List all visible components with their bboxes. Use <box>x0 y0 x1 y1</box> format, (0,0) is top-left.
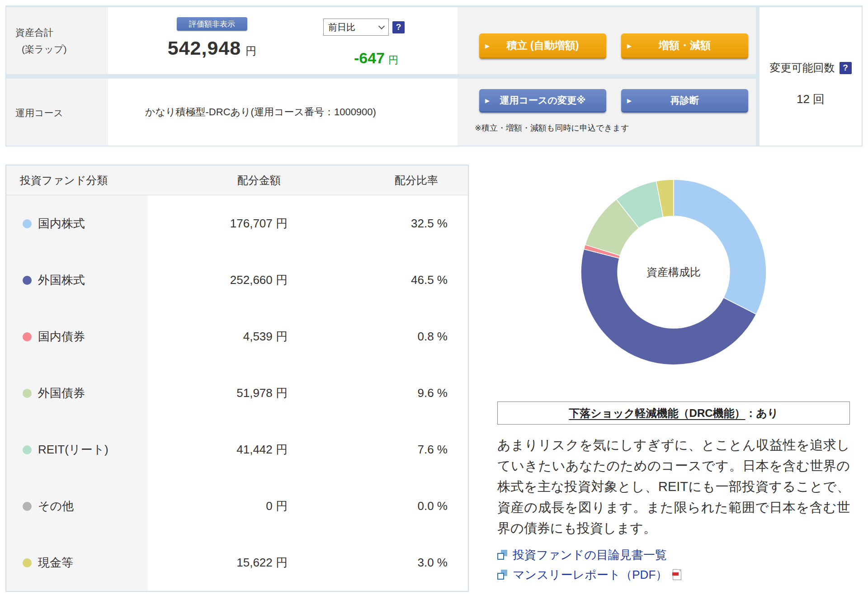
drc-feature-status: ：あり <box>745 407 778 419</box>
changes-remaining-value: 12 回 <box>797 91 825 107</box>
table-row-reit: REIT(リート) 41,442 円 7.6 % <box>6 421 468 478</box>
category-label: 外国株式 <box>38 272 85 288</box>
allocation-amount: 0 円 <box>148 478 292 534</box>
allocation-amount: 176,707 円 <box>148 195 292 252</box>
simultaneous-application-note: ※積立・増額・減額も同時に申込できます <box>475 123 756 133</box>
valuation-block: 評価額非表示 542,948円 <box>108 7 316 74</box>
button-arrow-icon: ▶ <box>485 97 490 104</box>
course-description: あまりリスクを気にしすぎずに、とことん収益性を追求していきたいあなたのためのコー… <box>497 434 850 538</box>
course-value: かなり積極型-DRCあり(運用コース番号：1000900) <box>108 105 376 119</box>
table-row-foreign-bonds: 外国債券 51,978 円 9.6 % <box>6 365 468 421</box>
allocation-ratio: 46.5 % <box>292 252 468 308</box>
daily-change-unit: 円 <box>388 54 398 66</box>
course-detail-column: 資産構成比 下落ショック軽減機能（DRC機能）：あり あまりリスクを気にしすぎず… <box>497 165 850 583</box>
drc-feature-title: 下落ショック軽減機能（DRC機能） <box>569 407 745 419</box>
allocation-ratio: 3.0 % <box>292 534 468 591</box>
drc-feature-box: 下落ショック軽減機能（DRC機能）：あり <box>497 401 850 425</box>
total-amount-unit: 円 <box>245 45 256 57</box>
row-separator <box>6 74 756 79</box>
button-arrow-icon: ▶ <box>627 97 632 104</box>
top-actions-row2: ▶ 運用コースの変更※ ▶ 再診断 ※積立・増額・減額も同時に申込できます <box>458 79 756 146</box>
changes-remaining-label: 変更可能回数 <box>770 61 835 75</box>
allocation-amount: 4,539 円 <box>148 308 292 365</box>
total-assets-label-line2: (楽ラップ) <box>15 41 108 58</box>
document-links: 投資ファンドの目論見書一覧 マンスリーレポート（PDF） <box>497 547 850 583</box>
header-allocation-ratio: 配分比率 <box>292 173 468 188</box>
category-label: REIT(リート) <box>38 442 108 458</box>
donut-center-label: 資産構成比 <box>646 265 701 279</box>
period-select[interactable]: 前日比 <box>323 19 389 36</box>
header-allocation-amount: 配分金額 <box>148 173 292 188</box>
allocation-table-header: 投資ファンド分類 配分金額 配分比率 <box>6 165 468 195</box>
external-window-icon <box>497 570 507 580</box>
change-course-button[interactable]: ▶ 運用コースの変更※ <box>479 89 606 113</box>
changes-remaining-help-icon[interactable]: ? <box>840 62 852 74</box>
total-amount-line: 542,948円 <box>168 37 256 59</box>
course-value-cell: かなり積極型-DRCあり(運用コース番号：1000900) <box>108 79 458 146</box>
rakuten-wrap-dashboard: 資産合計 (楽ラップ) 評価額非表示 542,948円 前日比 <box>0 0 868 595</box>
external-window-icon <box>497 550 507 560</box>
allocation-ratio: 32.5 % <box>292 195 468 252</box>
table-row-foreign-stocks: 外国株式 252,660 円 46.5 % <box>6 252 468 308</box>
donut-segment-国内株式 <box>674 179 766 314</box>
daily-change-line: -647円 <box>354 49 398 67</box>
monthly-report-link-row: マンスリーレポート（PDF） <box>497 567 850 583</box>
category-dot <box>23 558 32 567</box>
allocation-ratio: 7.6 % <box>292 421 468 478</box>
category-dot <box>23 276 32 285</box>
total-assets-value-cell: 評価額非表示 542,948円 前日比 ? -647円 <box>108 7 458 74</box>
increase-decrease-button[interactable]: ▶ 増額・減額 <box>621 33 748 59</box>
rediagnosis-button[interactable]: ▶ 再診断 <box>621 89 748 113</box>
category-dot <box>23 332 32 341</box>
category-label: 外国債券 <box>38 385 85 401</box>
allocation-amount: 252,660 円 <box>148 252 292 308</box>
hide-valuation-button[interactable]: 評価額非表示 <box>177 17 247 31</box>
changes-remaining-panel: 変更可能回数 ? 12 回 <box>760 7 862 146</box>
table-row-cash: 現金等 15,622 円 3.0 % <box>6 534 468 591</box>
total-amount: 542,948 <box>168 37 241 59</box>
course-label: 運用コース <box>6 79 108 146</box>
prospectus-link[interactable]: 投資ファンドの目論見書一覧 <box>513 547 667 563</box>
summary-panel: 資産合計 (楽ラップ) 評価額非表示 542,948円 前日比 <box>5 5 863 146</box>
allocation-amount: 51,978 円 <box>148 365 292 421</box>
daily-change-amount: -647 <box>354 49 385 66</box>
table-row-others: その他 0 円 0.0 % <box>6 478 468 534</box>
monthly-report-link[interactable]: マンスリーレポート（PDF） <box>513 567 667 583</box>
asset-composition-chart: 資産構成比 <box>579 177 769 367</box>
allocation-ratio: 0.0 % <box>292 478 468 534</box>
total-assets-label-line1: 資産合計 <box>15 24 108 41</box>
period-select-value: 前日比 <box>328 21 355 33</box>
allocation-amount: 15,622 円 <box>148 534 292 591</box>
category-dot <box>23 445 32 454</box>
table-row-domestic-stocks: 国内株式 176,707 円 32.5 % <box>6 195 468 252</box>
top-actions-row1: ▶ 積立 (自動増額) ▶ 増額・減額 <box>458 7 756 74</box>
category-label: 国内債券 <box>38 329 85 345</box>
total-assets-label: 資産合計 (楽ラップ) <box>6 7 108 74</box>
allocation-table: 投資ファンド分類 配分金額 配分比率 国内株式 176,707 円 32.5 %… <box>5 165 469 592</box>
button-arrow-icon: ▶ <box>485 42 490 49</box>
category-dot <box>23 219 32 228</box>
daily-change-block: 前日比 ? -647円 <box>323 7 458 74</box>
table-row-domestic-bonds: 国内債券 4,539 円 0.8 % <box>6 308 468 365</box>
category-label: その他 <box>38 498 74 514</box>
period-help-icon[interactable]: ? <box>392 21 405 33</box>
tsumitate-button[interactable]: ▶ 積立 (自動増額) <box>479 33 606 59</box>
allocation-amount: 41,442 円 <box>148 421 292 478</box>
category-label: 国内株式 <box>38 216 85 231</box>
panel-separator <box>756 7 760 146</box>
category-dot <box>23 389 32 398</box>
chevron-down-icon <box>378 23 385 29</box>
allocation-ratio: 0.8 % <box>292 308 468 365</box>
header-fund-category: 投資ファンド分類 <box>6 173 148 188</box>
button-arrow-icon: ▶ <box>627 42 632 49</box>
category-label: 現金等 <box>38 555 73 571</box>
prospectus-link-row: 投資ファンドの目論見書一覧 <box>497 547 850 563</box>
allocation-ratio: 9.6 % <box>292 365 468 421</box>
pdf-file-icon[interactable] <box>673 569 681 580</box>
category-dot <box>23 502 32 511</box>
